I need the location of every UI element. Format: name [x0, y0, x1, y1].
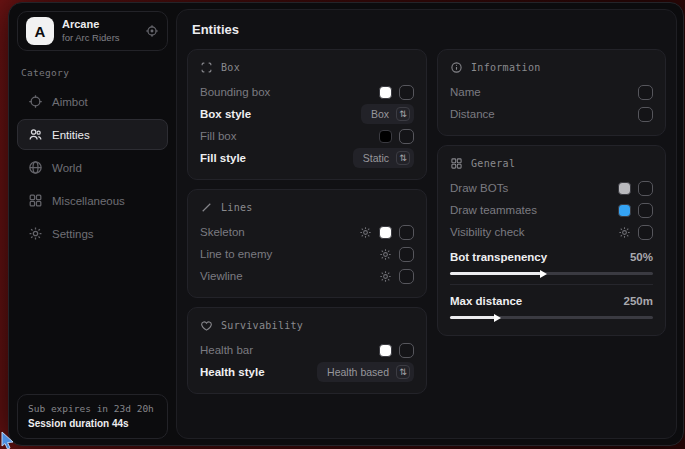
sidebar-item-label: World	[52, 162, 82, 174]
setting-label: Visibility check	[450, 226, 525, 238]
setting-label: Fill box	[200, 130, 236, 142]
slider-thumb[interactable]	[540, 270, 547, 278]
slider-label: Max distance	[450, 295, 522, 307]
checkbox[interactable]	[399, 269, 414, 284]
heart-icon	[200, 319, 213, 332]
users-icon	[28, 127, 43, 142]
gear-icon[interactable]	[379, 248, 392, 261]
panel-box: Box Bounding box Box style Box ⇅	[187, 49, 427, 180]
checkbox[interactable]	[399, 343, 414, 358]
checkbox[interactable]	[638, 225, 653, 240]
color-swatch[interactable]	[379, 86, 392, 99]
sidebar-item-world[interactable]: World	[17, 152, 168, 183]
setting-label: Draw BOTs	[450, 182, 508, 194]
setting-row-health-bar: Health bar	[200, 339, 414, 361]
panel-title: Lines	[221, 202, 253, 213]
checkbox[interactable]	[638, 85, 653, 100]
gear-icon	[28, 226, 43, 241]
checkbox[interactable]	[638, 181, 653, 196]
setting-row-fill-style: Fill style Static ⇅	[200, 147, 414, 169]
panel-general: General Draw BOTs Draw teammates	[437, 145, 666, 336]
divider	[450, 284, 653, 285]
setting-label: Box style	[200, 108, 251, 120]
gear-icon[interactable]	[359, 226, 372, 239]
sidebar-item-label: Settings	[52, 228, 94, 240]
select-value: Static	[363, 152, 389, 164]
sidebar-item-settings[interactable]: Settings	[17, 218, 168, 249]
category-label: Category	[21, 67, 164, 78]
select-value: Health based	[327, 366, 389, 378]
panel-survivability: Survivability Health bar Health style He…	[187, 307, 427, 394]
info-icon	[450, 61, 463, 74]
panel-lines: Lines Skeleton	[187, 189, 427, 298]
fill-style-select[interactable]: Static ⇅	[353, 148, 414, 168]
target-icon[interactable]	[145, 24, 159, 38]
slider-track[interactable]	[450, 316, 653, 319]
checkbox[interactable]	[399, 247, 414, 262]
setting-row-visibility-check: Visibility check	[450, 221, 653, 243]
setting-label: Distance	[450, 108, 495, 120]
setting-label: Health bar	[200, 344, 253, 356]
panel-title: Box	[221, 62, 240, 73]
color-swatch[interactable]	[379, 226, 392, 239]
color-swatch[interactable]	[379, 344, 392, 357]
setting-label: Health style	[200, 366, 265, 378]
color-swatch[interactable]	[618, 182, 631, 195]
gear-icon[interactable]	[618, 226, 631, 239]
slider-label: Bot transpenency	[450, 251, 547, 263]
checkbox[interactable]	[399, 85, 414, 100]
brand-logo: A	[26, 17, 54, 45]
setting-row-fill-box: Fill box	[200, 125, 414, 147]
page-title: Entities	[192, 22, 666, 37]
setting-label: Name	[450, 86, 481, 98]
panel-title: Survivability	[221, 320, 303, 331]
sidebar-item-label: Aimbot	[52, 96, 88, 108]
diagonal-line-icon	[200, 201, 213, 214]
setting-row-skeleton: Skeleton	[200, 221, 414, 243]
chevron-up-down-icon: ⇅	[396, 151, 410, 165]
setting-row-line-to-enemy: Line to enemy	[200, 243, 414, 265]
color-swatch[interactable]	[618, 204, 631, 217]
sidebar-item-entities[interactable]: Entities	[17, 119, 168, 150]
grid-icon	[28, 193, 43, 208]
gear-icon[interactable]	[379, 270, 392, 283]
session-duration-text: Session duration 44s	[28, 416, 157, 431]
box-corners-icon	[200, 61, 213, 74]
slider-thumb[interactable]	[494, 314, 501, 322]
brand-subtitle: for Arc Riders	[62, 32, 137, 44]
color-swatch[interactable]	[379, 130, 392, 143]
checkbox[interactable]	[638, 203, 653, 218]
bot-transparency-slider-group: Bot transpenency 50%	[450, 247, 653, 275]
app-window: A Arcane for Arc Riders Category Aimbot	[8, 2, 684, 446]
setting-label: Fill style	[200, 152, 246, 164]
subscription-card: Sub expires in 23d 20h Session duration …	[17, 394, 168, 439]
globe-icon	[28, 160, 43, 175]
setting-row-box-style: Box style Box ⇅	[200, 103, 414, 125]
panel-title: Information	[471, 62, 541, 73]
main-content: Entities Box Bounding box	[176, 9, 677, 439]
sidebar-item-miscellaneous[interactable]: Miscellaneous	[17, 185, 168, 216]
box-style-select[interactable]: Box ⇅	[361, 104, 414, 124]
brand-title: Arcane	[62, 18, 137, 32]
setting-label: Draw teammates	[450, 204, 537, 216]
checkbox[interactable]	[638, 107, 653, 122]
setting-label: Bounding box	[200, 86, 270, 98]
sidebar: A Arcane for Arc Riders Category Aimbot	[9, 3, 176, 445]
sub-expiry-text: Sub expires in 23d 20h	[28, 402, 157, 416]
panel-information: Information Name Distance	[437, 49, 666, 136]
chevron-up-down-icon: ⇅	[396, 107, 410, 121]
mouse-cursor-icon	[0, 431, 16, 449]
slider-value: 250m	[624, 295, 653, 307]
setting-row-viewline: Viewline	[200, 265, 414, 287]
slider-value: 50%	[630, 251, 653, 263]
checkbox[interactable]	[399, 129, 414, 144]
setting-row-draw-teammates: Draw teammates	[450, 199, 653, 221]
sidebar-item-label: Miscellaneous	[52, 195, 125, 207]
health-style-select[interactable]: Health based ⇅	[317, 362, 414, 382]
checkbox[interactable]	[399, 225, 414, 240]
sidebar-item-aimbot[interactable]: Aimbot	[17, 86, 168, 117]
panel-title: General	[471, 158, 515, 169]
slider-track[interactable]	[450, 272, 653, 275]
setting-row-distance: Distance	[450, 103, 653, 125]
max-distance-slider-group: Max distance 250m	[450, 291, 653, 319]
